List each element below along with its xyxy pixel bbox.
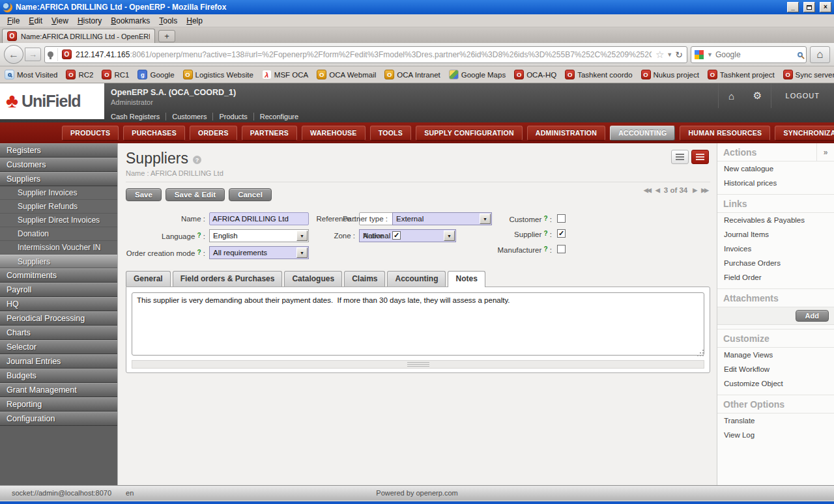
chevron-down-icon[interactable]: ▼	[444, 231, 455, 241]
minimize-button[interactable]: _	[787, 2, 799, 12]
link-journal-items[interactable]: Journal Items	[717, 227, 834, 242]
menu-tools[interactable]: Tools	[154, 15, 182, 27]
tab-accounting[interactable]: Accounting	[387, 271, 446, 287]
nav-warehouse[interactable]: WAREHOUSE	[302, 126, 366, 141]
order-creation-mode-select[interactable]: All requirements▼	[209, 246, 309, 259]
sidebar-item-registers[interactable]: Registers	[0, 143, 117, 158]
sidebar-item-donation[interactable]: Donation	[0, 227, 117, 241]
url-dropdown-icon[interactable]: ▼	[667, 51, 672, 58]
nav-supply-configuration[interactable]: SUPPLY CONFIGURATION	[416, 126, 523, 141]
menu-file[interactable]: File	[3, 15, 24, 27]
previous-page-icon[interactable]: ◀	[655, 187, 659, 193]
close-button[interactable]: ×	[820, 2, 831, 12]
shortcut-products[interactable]: Products	[213, 113, 253, 120]
bookmark-google[interactable]: gGoogle	[137, 70, 174, 79]
nav-synchronization[interactable]: SYNCHRONIZATION	[775, 126, 834, 141]
search-box[interactable]: ▼	[691, 46, 807, 63]
add-attachment-button[interactable]: Add	[796, 310, 829, 322]
link-field-order[interactable]: Field Order	[717, 270, 834, 285]
sidebar-item-reporting[interactable]: Reporting	[0, 397, 117, 412]
sidebar-item-selector[interactable]: Selector	[0, 340, 117, 354]
save-button[interactable]: Save	[126, 188, 162, 201]
gear-icon[interactable]: ⚙	[745, 90, 771, 102]
active-checkbox[interactable]	[392, 231, 401, 240]
nav-partners[interactable]: PARTNERS	[242, 126, 297, 141]
link-invoices[interactable]: Invoices	[717, 242, 834, 256]
sidebar-item-suppliers[interactable]: Suppliers	[0, 172, 117, 186]
browser-tab-active[interactable]: O Name:AFRICA DRILLING Ltd - OpenERP	[2, 29, 155, 43]
tab-field-orders-purchases[interactable]: Field orders & Purchases	[173, 271, 283, 287]
list-view-button[interactable]	[671, 150, 689, 164]
other-view-log[interactable]: View Log	[717, 428, 834, 442]
sidebar-item-charts[interactable]: Charts	[0, 326, 117, 340]
customize-customize-object[interactable]: Customize Object	[717, 376, 834, 391]
bookmark-logistics-website[interactable]: OLogistics Website	[183, 70, 253, 79]
back-button[interactable]: ←	[4, 45, 23, 64]
forward-button[interactable]: →	[25, 48, 41, 61]
sidebar-item-payroll[interactable]: Payroll	[0, 283, 117, 297]
customize-edit-workflow[interactable]: Edit Workflow	[717, 362, 834, 376]
reload-icon[interactable]: ↻	[675, 49, 683, 60]
tab-claims[interactable]: Claims	[344, 271, 385, 287]
chevron-down-icon[interactable]: ▼	[296, 247, 308, 258]
last-page-icon[interactable]: ▶▶	[701, 187, 708, 193]
sidebar-item-intermission-voucher-in[interactable]: Intermission Voucher IN	[0, 241, 117, 255]
sidebar-item-budgets[interactable]: Budgets	[0, 369, 117, 383]
panel-resize-handle[interactable]	[132, 360, 704, 369]
menu-edit[interactable]: Edit	[24, 15, 47, 27]
bookmark-rc2[interactable]: ORC2	[66, 70, 93, 79]
sidebar-item-commitments[interactable]: Commitments	[0, 268, 117, 283]
shortcut-reconfigure[interactable]: Reconfigure	[254, 113, 304, 120]
tab-catalogues[interactable]: Catalogues	[284, 271, 342, 287]
sidebar-item-hq[interactable]: HQ	[0, 297, 117, 311]
collapse-panel-icon[interactable]: »	[816, 143, 834, 161]
form-view-button[interactable]	[691, 150, 709, 164]
save-edit-button[interactable]: Save & Edit	[165, 188, 225, 201]
bookmark-tashkent-coordo[interactable]: OTashkent coordo	[565, 70, 632, 79]
first-page-icon[interactable]: ◀◀	[644, 187, 650, 193]
bookmark-google-maps[interactable]: Google Maps	[449, 70, 506, 79]
shortcut-cash-registers[interactable]: Cash Registers	[111, 113, 166, 120]
search-magnifier-icon[interactable]	[798, 52, 803, 57]
nav-orders[interactable]: ORDERS	[190, 126, 237, 141]
nav-tools[interactable]: TOOLS	[370, 126, 411, 141]
nav-accounting[interactable]: ACCOUNTING	[610, 126, 675, 141]
customize-manage-views[interactable]: Manage Views	[717, 348, 834, 362]
bookmark-sync-server[interactable]: OSync server	[783, 70, 834, 79]
customer-checkbox[interactable]	[557, 214, 566, 223]
new-tab-button[interactable]: +	[158, 30, 175, 42]
bookmark-most-visited[interactable]: Most Visited	[5, 70, 57, 79]
menu-bookmarks[interactable]: Bookmarks	[106, 15, 154, 27]
other-translate[interactable]: Translate	[717, 413, 834, 428]
url-bar[interactable]: O 212.147.41.165:8061/openerp/menu?activ…	[44, 46, 687, 63]
sidebar-item-supplier-invoices[interactable]: Supplier Invoices	[0, 186, 117, 200]
menu-help[interactable]: Help	[182, 15, 207, 27]
sidebar-item-configuration[interactable]: Configuration	[0, 412, 117, 426]
bookmark-oca-webmail[interactable]: OOCA Webmail	[317, 70, 376, 79]
link-receivables-payables[interactable]: Receivables & Payables	[717, 213, 834, 227]
bookmark-oca-hq[interactable]: OOCA-HQ	[514, 70, 556, 79]
bookmark-msf-oca[interactable]: λMSF OCA	[262, 70, 308, 79]
action-historical-prices[interactable]: Historical prices	[717, 176, 834, 190]
sidebar-item-suppliers-selected[interactable]: Suppliers	[0, 255, 117, 268]
bookmark-star-icon[interactable]: ☆	[655, 49, 664, 61]
bookmark-nukus-project[interactable]: ONukus project	[641, 70, 699, 79]
next-page-icon[interactable]: ▶	[693, 187, 696, 193]
supplier-checkbox[interactable]	[557, 229, 566, 238]
menu-view[interactable]: View	[47, 15, 73, 27]
sidebar-item-grant-management[interactable]: Grant Management	[0, 383, 117, 397]
url-text[interactable]: 212.147.41.165:8061/openerp/menu?active=…	[76, 50, 652, 59]
search-engine-dropdown-icon[interactable]: ▼	[707, 51, 713, 58]
menu-history[interactable]: History	[73, 15, 106, 27]
bookmark-rc1[interactable]: ORC1	[102, 70, 129, 79]
link-purchase-orders[interactable]: Purchase Orders	[717, 256, 834, 270]
logout-button[interactable]: LOGOUT	[771, 92, 834, 100]
manufacturer-checkbox[interactable]	[557, 245, 566, 253]
restore-button[interactable]	[803, 2, 815, 12]
bookmark-tashkent-project[interactable]: OTashkent project	[708, 70, 775, 79]
home-icon[interactable]: ⌂	[719, 91, 745, 102]
search-input[interactable]	[715, 50, 795, 59]
nav-products[interactable]: PRODUCTS	[62, 126, 119, 141]
bookmark-oca-intranet[interactable]: OOCA Intranet	[384, 70, 440, 79]
nav-human-resources[interactable]: HUMAN RESOURCES	[680, 126, 770, 141]
